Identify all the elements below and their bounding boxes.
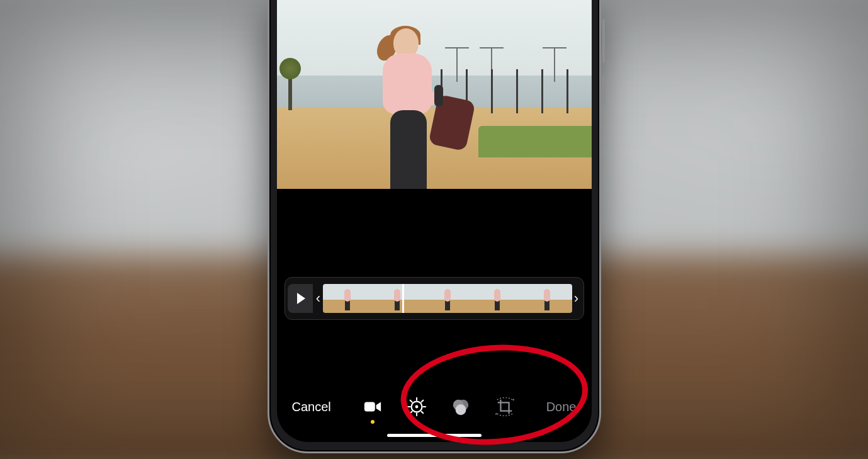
- filters-tool-button[interactable]: [450, 396, 471, 417]
- svg-point-13: [455, 404, 466, 415]
- crop-tool-button[interactable]: [494, 396, 516, 417]
- preview-subject: [359, 28, 434, 189]
- svg-rect-0: [364, 402, 375, 412]
- svg-line-7: [410, 400, 412, 402]
- preview-pole: [566, 69, 568, 113]
- filters-icon: [451, 397, 470, 416]
- svg-line-9: [410, 412, 412, 414]
- preview-tree: [288, 76, 292, 110]
- svg-line-8: [421, 412, 423, 414]
- preview-grass: [478, 126, 592, 157]
- video-tool-button[interactable]: [362, 396, 383, 417]
- trim-start-handle[interactable]: ‹: [314, 284, 323, 313]
- preview-crane: [554, 47, 555, 82]
- side-button: [602, 76, 605, 106]
- timeline-frame: [373, 284, 422, 313]
- preview-pole: [516, 69, 518, 113]
- timeline-frame: [422, 284, 472, 313]
- edit-toolbar: Cancel: [277, 388, 592, 426]
- trim-end-handle[interactable]: ›: [572, 284, 581, 313]
- timeline-frame: [323, 284, 373, 313]
- phone-screen: ‹ › Cancel: [277, 0, 592, 442]
- preview-pole: [541, 69, 543, 113]
- preview-crane: [456, 47, 458, 82]
- home-indicator[interactable]: [387, 434, 482, 437]
- video-icon: [363, 397, 382, 416]
- video-timeline[interactable]: ‹ ›: [285, 277, 584, 320]
- phone-mockup: ‹ › Cancel: [268, 0, 601, 453]
- crop-rotate-icon: [495, 397, 514, 416]
- video-preview[interactable]: [277, 0, 592, 189]
- edit-tools-group: [362, 396, 516, 417]
- play-button[interactable]: [288, 284, 313, 313]
- timeline-frames[interactable]: [323, 284, 572, 313]
- svg-line-10: [421, 400, 423, 402]
- side-button: [602, 19, 605, 63]
- done-button[interactable]: Done: [543, 399, 580, 415]
- preview-pole: [491, 69, 493, 113]
- svg-point-2: [415, 405, 418, 409]
- adjust-tool-button[interactable]: [406, 396, 427, 417]
- active-indicator-dot: [371, 420, 375, 424]
- playhead[interactable]: [402, 284, 404, 313]
- cancel-button[interactable]: Cancel: [288, 399, 335, 415]
- timeline-frame: [522, 284, 572, 313]
- timeline-frame: [472, 284, 522, 313]
- play-icon: [297, 293, 305, 304]
- adjust-dial-icon: [407, 397, 426, 416]
